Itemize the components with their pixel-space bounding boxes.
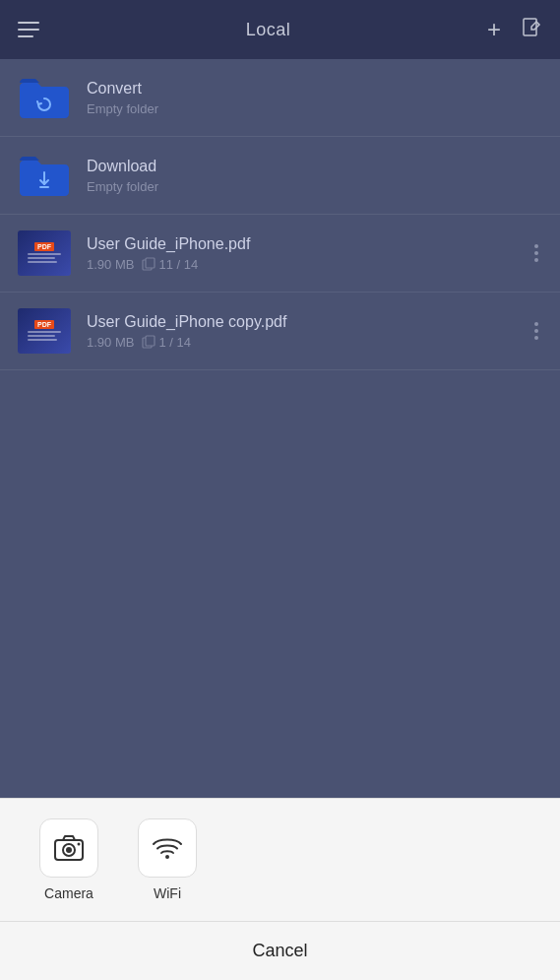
wifi-action[interactable]: WiFi [138,818,197,901]
folder-info: Convert Empty folder [87,80,544,116]
camera-label: Camera [44,885,93,901]
pdf-thumbnail: PDF [16,306,73,356]
wifi-label: WiFi [154,885,181,901]
pages-count: 1 / 14 [142,335,191,350]
folder-icon [16,73,73,122]
pdf-subtitle: 1.90 MB 11 / 14 [87,257,529,272]
list-item[interactable]: PDF User Guide_iPhone.pdf 1.90 MB [0,215,560,293]
svg-rect-6 [146,336,155,346]
folder-subtitle: Empty folder [87,101,544,116]
camera-icon [52,831,86,865]
svg-point-11 [165,855,169,859]
action-options: Camera WiFi [0,798,560,921]
svg-rect-0 [524,19,536,35]
svg-point-10 [78,843,81,846]
header-actions: + [487,17,542,43]
wifi-icon [151,831,184,865]
note-icon[interactable] [521,17,542,43]
svg-rect-4 [146,258,155,268]
pdf-name: User Guide_iPhone copy.pdf [87,313,529,331]
svg-point-9 [66,847,72,853]
pdf-subtitle: 1.90 MB 1 / 14 [87,335,529,350]
cancel-button[interactable]: Cancel [0,921,560,980]
bottom-action-sheet: Camera WiFi Cancel [0,798,560,980]
folder-info: Download Empty folder [87,158,544,194]
hamburger-icon[interactable] [18,22,49,37]
cancel-label: Cancel [252,941,307,961]
add-button[interactable]: + [487,18,501,41]
pages-count: 11 / 14 [142,257,198,272]
pdf-thumbnail: PDF [16,229,73,278]
list-item[interactable]: Download Empty folder [0,137,560,215]
folder-icon [16,151,73,200]
list-item[interactable]: Convert Empty folder [0,59,560,137]
more-options-button[interactable] [529,314,544,348]
wifi-icon-box [138,818,197,878]
list-item[interactable]: PDF User Guide_iPhone copy.pdf 1.90 MB [0,293,560,370]
page-title: Local [246,20,291,40]
app-header: Local + [0,0,560,59]
more-options-button[interactable] [529,236,544,270]
camera-action[interactable]: Camera [39,818,98,901]
pdf-info: User Guide_iPhone.pdf 1.90 MB 11 / 14 [87,235,529,272]
folder-name: Convert [87,80,544,98]
file-list: Convert Empty folder Download Empty fold… [0,59,560,798]
pdf-info: User Guide_iPhone copy.pdf 1.90 MB 1 / 1… [87,313,529,350]
folder-name: Download [87,158,544,175]
camera-icon-box [39,818,98,878]
folder-subtitle: Empty folder [87,179,544,194]
pdf-name: User Guide_iPhone.pdf [87,235,529,253]
